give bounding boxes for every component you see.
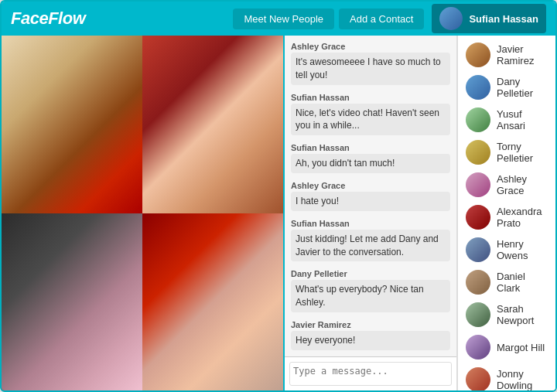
chat-text: I hate you! <box>291 192 450 211</box>
contact-avatar <box>466 140 490 165</box>
contact-avatar <box>466 75 490 100</box>
meet-people-button[interactable]: Meet New People <box>233 9 334 29</box>
chat-message: Javier RamirezHey everyone! <box>291 320 450 350</box>
app-logo: FaceFlow <box>11 9 228 29</box>
chat-message: Sufian HassanAh, you didn't tan much! <box>291 143 450 173</box>
contact-name: Javier Ramirez <box>497 43 548 66</box>
add-contact-button[interactable]: Add a Contact <box>339 9 424 29</box>
chat-message: Ashley GraceI hate you! <box>291 181 450 211</box>
contact-avatar <box>466 172 490 197</box>
contact-name: Daniel Clark <box>497 271 548 294</box>
contact-item[interactable]: Dany Pelletier <box>458 71 555 104</box>
chat-area: Ashley GraceIt's awesomeeee I have so mu… <box>285 36 458 390</box>
chat-message: Sufian HassanNice, let's video chat! Hav… <box>291 93 450 136</box>
contact-avatar <box>466 302 490 327</box>
contact-item[interactable]: Alexandra Prato <box>458 201 555 233</box>
contacts-area: Javier RamirezDany PelletierYusuf Ansari… <box>458 36 555 390</box>
contact-avatar <box>466 107 490 132</box>
contact-item[interactable]: Yusuf Ansari <box>458 104 555 136</box>
chat-input-area <box>285 356 456 390</box>
contact-item[interactable]: Javier Ramirez <box>458 39 555 71</box>
contact-avatar <box>466 367 490 390</box>
contact-name: Torny Pelletier <box>497 141 548 164</box>
main-content: Ashley GraceIt's awesomeeee I have so mu… <box>2 36 555 390</box>
contact-name: Dany Pelletier <box>497 76 548 99</box>
contact-item[interactable]: Daniel Clark <box>458 266 555 298</box>
contact-name: Margot Hill <box>497 342 545 353</box>
chat-sender: Sufian Hassan <box>291 93 450 102</box>
contact-item[interactable]: Jonny Dowling <box>458 363 555 390</box>
contact-item[interactable]: Sarah Newport <box>458 298 555 331</box>
chat-sender: Ashley Grace <box>291 181 450 190</box>
video-area <box>2 36 285 390</box>
chat-sender: Javier Ramirez <box>291 320 450 329</box>
header: FaceFlow Meet New People Add a Contact S… <box>2 2 555 36</box>
chat-messages: Ashley GraceIt's awesomeeee I have so mu… <box>285 36 456 356</box>
chat-input[interactable] <box>289 362 452 386</box>
current-user-name: Sufian Hassan <box>469 13 538 25</box>
contacts-list: Javier RamirezDany PelletierYusuf Ansari… <box>458 36 555 390</box>
app-container: FaceFlow Meet New People Add a Contact S… <box>0 0 557 392</box>
contact-avatar <box>466 335 490 360</box>
video-cell-3[interactable] <box>2 213 142 391</box>
chat-sender: Dany Pelletier <box>291 269 450 278</box>
contact-item[interactable]: Ashley Grace <box>458 169 555 201</box>
chat-text: Nice, let's video chat! Haven't seen you… <box>291 104 450 136</box>
contact-name: Henry Owens <box>497 238 548 261</box>
chat-message: Dany PelletierWhat's up everybody? Nice … <box>291 269 450 312</box>
video-feed-3 <box>2 213 142 391</box>
contact-avatar <box>466 270 490 295</box>
chat-sender: Sufian Hassan <box>291 219 450 228</box>
current-user-avatar <box>439 7 463 30</box>
current-user[interactable]: Sufian Hassan <box>432 4 546 33</box>
video-feed-1 <box>2 36 142 213</box>
contact-avatar <box>466 237 490 262</box>
contact-item[interactable]: Henry Owens <box>458 233 555 266</box>
contact-name: Jonny Dowling <box>497 368 548 390</box>
chat-text: It's awesomeeee I have so much to tell y… <box>291 53 450 85</box>
chat-message: Sufian HassanJust kidding! Let me add Da… <box>291 219 450 262</box>
video-cell-4[interactable] <box>142 213 283 391</box>
video-cell-1[interactable] <box>2 36 142 213</box>
chat-text: Just kidding! Let me add Dany and Javier… <box>291 230 450 262</box>
contact-item[interactable]: Torny Pelletier <box>458 136 555 169</box>
video-feed-4 <box>142 213 283 391</box>
chat-sender: Ashley Grace <box>291 42 450 51</box>
contact-name: Sarah Newport <box>497 303 548 326</box>
chat-text: Ah, you didn't tan much! <box>291 154 450 173</box>
chat-text: Hey everyone! <box>291 331 450 350</box>
chat-text: What's up everybody? Nice tan Ashley. <box>291 280 450 312</box>
chat-sender: Sufian Hassan <box>291 143 450 152</box>
contact-avatar <box>466 205 490 230</box>
video-cell-2[interactable] <box>142 36 283 213</box>
contact-name: Ashley Grace <box>497 173 548 196</box>
contact-name: Alexandra Prato <box>497 206 548 229</box>
contact-name: Yusuf Ansari <box>497 108 548 131</box>
contact-item[interactable]: Margot Hill <box>458 331 555 363</box>
video-feed-2 <box>142 36 283 213</box>
chat-message: Ashley GraceIt's awesomeeee I have so mu… <box>291 42 450 85</box>
contact-avatar <box>466 43 490 67</box>
